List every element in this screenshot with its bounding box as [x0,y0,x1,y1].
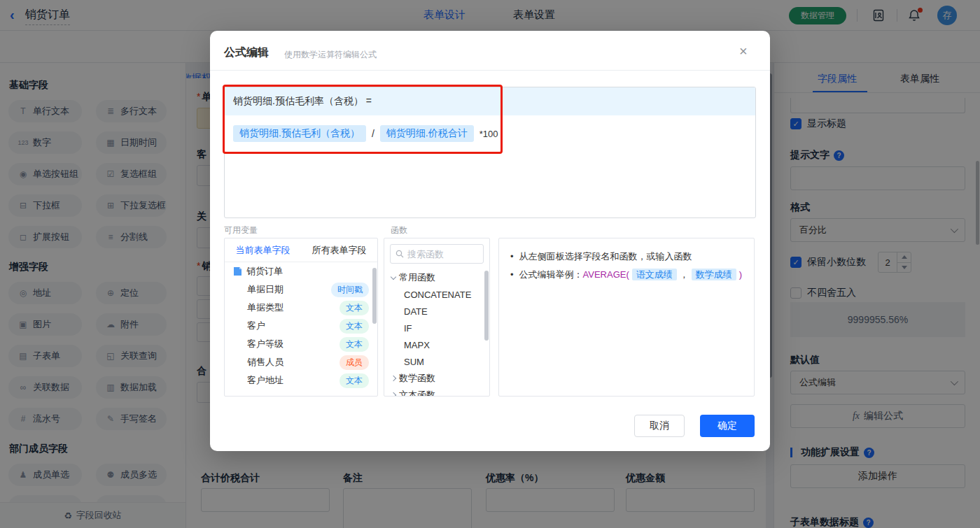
functions-panel: 常用函数 CONCATENATE DATE IF MAPX SUM 数学函数 文… [384,238,490,397]
modal-subtitle: 使用数学运算符编辑公式 [284,49,377,61]
chevron-collapsed-icon [391,392,396,397]
modal-title: 公式编辑 [224,45,269,60]
form-doc-icon [233,266,242,276]
variable-row[interactable]: 销售人员成员 [225,353,377,371]
cancel-button[interactable]: 取消 [634,415,685,437]
variable-row[interactable]: 客户文本 [225,317,377,335]
function-item[interactable]: CONCATENATE [384,286,489,303]
example-function-name: AVERAGE( [583,269,629,280]
formula-editor-area[interactable]: 销货明细.预估毛利率（含税） = 销货明细.预估毛利（含税） / 销货明细.价税… [224,87,756,218]
function-item[interactable]: DATE [384,303,489,320]
close-icon[interactable]: × [739,43,748,59]
operator: / [372,128,374,139]
type-badge: 文本 [340,301,369,315]
variables-scrollbar[interactable] [372,268,377,324]
field-chip[interactable]: 销货明细.价税合计 [380,125,474,142]
variable-row[interactable]: 单据类型文本 [225,299,377,317]
variables-root-node[interactable]: 销货订单 [225,262,377,280]
function-item[interactable]: MAPX [384,336,489,353]
hint-line-2: •公式编辑举例：AVERAGE(语文成绩，数学成绩) [510,266,743,284]
type-badge: 文本 [340,319,369,334]
variables-panel: 当前表单字段 所有表单字段 销货订单 单据日期时间戳 单据类型文本 客户文本 客… [224,238,378,397]
type-badge: 文本 [340,337,369,352]
variable-row[interactable]: 客户地址文本 [225,371,377,390]
type-badge: 成员 [340,355,369,370]
search-icon [396,250,404,258]
formula-target-line: 销货明细.预估毛利率（含税） = [225,87,755,115]
variable-row[interactable]: 单据日期时间戳 [225,280,377,299]
formula-editor-modal: 公式编辑 使用数学运算符编辑公式 × 销货明细.预估毛利率（含税） = 销货明细… [210,31,770,451]
chevron-collapsed-icon [391,376,396,381]
function-item[interactable]: IF [384,320,489,336]
variables-tabs: 当前表单字段 所有表单字段 [225,238,377,262]
tab-current-form-fields[interactable]: 当前表单字段 [225,244,301,257]
type-badge: 文本 [340,373,369,388]
example-field-chip: 语文成绩 [632,269,677,280]
app-root: ‹ 销货订单 表单设计 表单设置 数据管理 存 表单 [0,0,980,528]
variable-row[interactable]: 客户等级文本 [225,335,377,353]
functions-label: 函数 [391,224,407,236]
confirm-button[interactable]: 确定 [700,415,755,437]
function-search[interactable] [390,244,484,264]
tab-all-form-fields[interactable]: 所有表单字段 [301,244,377,257]
function-group-common[interactable]: 常用函数 [384,269,489,286]
modal-header-divider [210,70,770,71]
example-field-chip: 数学成绩 [692,269,736,280]
field-chip[interactable]: 销货明细.预估毛利（含税） [233,125,366,142]
formula-suffix: *100 [479,129,498,139]
function-group-math[interactable]: 数学函数 [384,370,489,387]
function-search-input[interactable] [407,249,477,259]
functions-scrollbar[interactable] [484,271,489,341]
function-item[interactable]: SUM [384,353,489,370]
variables-label: 可用变量 [224,224,258,236]
formula-hints-panel: •从左侧面板选择字段名和函数，或输入函数 •公式编辑举例：AVERAGE(语文成… [498,238,755,397]
hint-line-1: •从左侧面板选择字段名和函数，或输入函数 [510,248,743,266]
type-badge: 时间戳 [331,283,369,297]
function-group-text[interactable]: 文本函数 [384,387,489,397]
formula-expression-line[interactable]: 销货明细.预估毛利（含税） / 销货明细.价税合计 *100 [225,115,755,152]
chevron-expanded-icon [391,273,396,279]
